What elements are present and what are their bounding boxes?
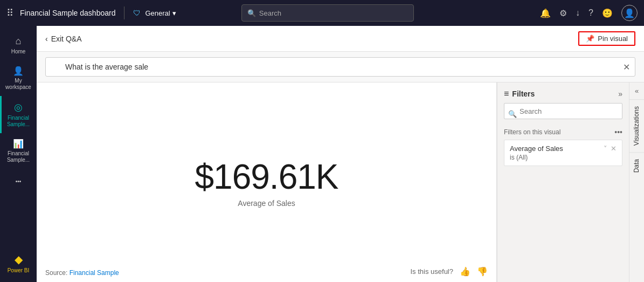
- qna-input[interactable]: [45, 57, 635, 77]
- financial-dashboard-label: Financial Sample...: [2, 115, 34, 128]
- sidebar-item-workspace[interactable]: 👤 Myworkspace: [0, 60, 37, 96]
- main-layout: ⌂ Home 👤 Myworkspace ◎ Financial Sample.…: [0, 26, 644, 282]
- home-icon: ⌂: [16, 36, 22, 47]
- financial-report-icon: 📊: [13, 139, 24, 149]
- shield-icon: 🛡: [133, 9, 141, 17]
- bell-icon[interactable]: 🔔: [540, 8, 551, 18]
- pin-visual-button[interactable]: 📌 Pin visual: [578, 31, 635, 46]
- topbar-divider: [124, 6, 124, 19]
- useful-label: Is this useful?: [411, 267, 454, 276]
- content-area: ‹ Exit Q&A 📌 Pin visual 💬 ✕ $169.61K Ave…: [37, 26, 644, 282]
- sidebar-item-financial-dashboard[interactable]: ◎ Financial Sample...: [0, 96, 37, 133]
- sidebar-item-more[interactable]: •••: [0, 173, 37, 190]
- emoji-icon[interactable]: 🙂: [602, 8, 613, 18]
- pin-visual-label: Pin visual: [598, 35, 628, 43]
- filter-card-clear[interactable]: ✕: [611, 145, 617, 153]
- filters-on-visual-label: Filters on this visual •••: [497, 125, 629, 140]
- side-tabs: « Visualizations Data: [629, 82, 644, 282]
- visual-area: $169.61K Average of Sales Source: Financ…: [37, 82, 496, 282]
- body-split: $169.61K Average of Sales Source: Financ…: [37, 82, 644, 282]
- filters-header: ≡ Filters »: [497, 82, 629, 103]
- filter-card-label: Average of Sales: [510, 145, 601, 153]
- side-collapse-top[interactable]: «: [629, 82, 644, 99]
- big-label: Average of Sales: [238, 199, 295, 208]
- qna-bar: 💬 ✕: [37, 52, 644, 82]
- sidebar: ⌂ Home 👤 Myworkspace ◎ Financial Sample.…: [0, 26, 37, 282]
- filter-card-chevron[interactable]: ˅: [604, 145, 607, 153]
- filters-header-icons: »: [618, 90, 622, 98]
- exit-qna-label: Exit Q&A: [51, 35, 82, 43]
- thumbs-down-icon[interactable]: 👎: [477, 266, 488, 277]
- filter-card-row: Average of Sales ˅ ✕: [510, 145, 617, 153]
- qna-input-wrap: 💬 ✕: [45, 57, 635, 77]
- home-label: Home: [11, 49, 26, 55]
- data-label: Data: [633, 159, 640, 173]
- filters-panel: ≡ Filters » 🔍 Filters on this visual •••: [497, 82, 629, 282]
- visualizations-label: Visualizations: [633, 106, 640, 146]
- tab-data[interactable]: Data: [629, 152, 644, 179]
- qna-close-icon[interactable]: ✕: [623, 62, 630, 72]
- search-placeholder: Search: [259, 9, 281, 17]
- filter-card-icons: ˅ ✕: [604, 145, 617, 153]
- filters-search-icon: 🔍: [508, 110, 517, 118]
- toolbar: ‹ Exit Q&A 📌 Pin visual: [37, 26, 644, 52]
- filters-title: Filters: [512, 90, 615, 98]
- help-icon[interactable]: ?: [588, 8, 593, 18]
- financial-report-label: Financial Sample...: [2, 150, 34, 163]
- topbar-search-box[interactable]: 🔍 Search: [241, 4, 414, 22]
- sidebar-powerbi: ◆ Power BI: [0, 249, 37, 278]
- avatar[interactable]: 👤: [621, 5, 638, 21]
- gear-icon[interactable]: ⚙: [559, 8, 567, 18]
- topbar-icons: 🔔 ⚙ ↓ ? 🙂 👤: [540, 5, 638, 21]
- topbar: ⠿ Financial Sample dashboard 🛡 General ▾…: [0, 0, 644, 26]
- filter-card: Average of Sales ˅ ✕ is (All): [504, 140, 622, 166]
- more-icon: •••: [16, 178, 22, 184]
- tab-visualizations[interactable]: Visualizations: [629, 99, 644, 152]
- financial-dashboard-icon: ◎: [14, 101, 23, 113]
- filters-more-icon[interactable]: •••: [614, 128, 622, 136]
- source-link: Source: Financial Sample: [45, 269, 119, 277]
- source-link-anchor[interactable]: Financial Sample: [70, 269, 119, 277]
- collapse-left-icon: «: [635, 87, 639, 95]
- filters-search-input[interactable]: [504, 103, 622, 119]
- thumbs-up-icon[interactable]: 👍: [460, 266, 470, 277]
- search-icon: 🔍: [247, 9, 256, 17]
- useful-bar: Is this useful? 👍 👎: [411, 266, 488, 277]
- general-dropdown[interactable]: General ▾: [145, 9, 176, 17]
- back-icon: ‹: [45, 35, 48, 43]
- download-icon[interactable]: ↓: [576, 8, 580, 18]
- filter-icon: ≡: [504, 89, 509, 99]
- workspace-icon: 👤: [13, 66, 24, 76]
- powerbi-icon: ◆: [15, 253, 23, 266]
- app-grid-icon[interactable]: ⠿: [6, 7, 13, 19]
- powerbi-label: Power BI: [8, 267, 30, 273]
- filters-search-wrap: 🔍: [497, 103, 629, 125]
- exit-qna-button[interactable]: ‹ Exit Q&A: [45, 35, 81, 43]
- filters-expand-icon[interactable]: »: [618, 90, 622, 98]
- filter-card-value: is (All): [510, 154, 617, 161]
- app-title: Financial Sample dashboard: [20, 9, 115, 17]
- workspace-label: Myworkspace: [5, 78, 31, 91]
- pin-icon: 📌: [586, 35, 594, 43]
- sidebar-item-financial-report[interactable]: 📊 Financial Sample...: [0, 133, 37, 169]
- big-value: $169.61K: [195, 157, 338, 197]
- sidebar-item-home[interactable]: ⌂ Home: [0, 30, 37, 60]
